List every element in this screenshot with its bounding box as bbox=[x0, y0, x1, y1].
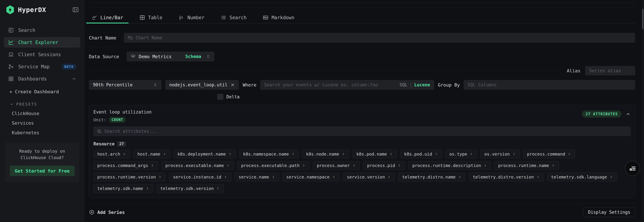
metric-chip[interactable]: nodejs.event_loop.util bbox=[165, 80, 239, 90]
sidebar-item-dashboards[interactable]: Dashboards bbox=[4, 74, 80, 84]
where-label: Where bbox=[242, 82, 256, 88]
toggle-separator: | bbox=[410, 82, 412, 87]
attribute-chip[interactable]: process.runtime.name bbox=[494, 161, 559, 170]
chevron-up-icon[interactable] bbox=[626, 112, 631, 117]
attribute-chip[interactable]: service.name bbox=[235, 173, 279, 181]
get-started-button[interactable]: Get Started for Free bbox=[10, 166, 74, 176]
page-scrollbar[interactable] bbox=[642, 0, 644, 222]
delta-row: Delta bbox=[217, 94, 635, 100]
preset-item[interactable]: Services bbox=[12, 120, 84, 126]
table-icon bbox=[140, 15, 145, 20]
scrollbar-thumb[interactable] bbox=[642, 9, 644, 29]
chevron-right-icon bbox=[150, 164, 154, 167]
sidebar-item-chart-explorer[interactable]: Chart Explorer bbox=[4, 37, 80, 47]
search-nav-icon bbox=[8, 27, 14, 33]
sidebar-collapse-button[interactable] bbox=[72, 6, 79, 13]
aggregation-value: 90th Percentile bbox=[93, 82, 151, 87]
attribute-chip[interactable]: process.executable.path bbox=[237, 161, 310, 170]
data-source-label: Data Source bbox=[89, 54, 119, 59]
beta-badge: BETA bbox=[62, 64, 76, 70]
dashboards-icon bbox=[8, 76, 14, 82]
attribute-chip[interactable]: process.owner bbox=[313, 161, 360, 170]
alias-row: Alias bbox=[89, 66, 635, 76]
chevron-right-icon bbox=[352, 164, 356, 167]
attribute-chip[interactable]: process.command_args bbox=[94, 161, 158, 170]
panel-title-block: Event loop utilization Unit: COUNT bbox=[94, 109, 152, 123]
attribute-chip[interactable]: telemetry.distro.name bbox=[398, 173, 466, 181]
attribute-search-input[interactable] bbox=[104, 129, 627, 134]
chart-name-field bbox=[124, 33, 635, 43]
preset-item[interactable]: ClickHouse bbox=[12, 111, 84, 116]
attribute-chip[interactable]: process.pid bbox=[363, 161, 405, 170]
sidebar-item-label: Search bbox=[18, 27, 35, 33]
lucene-toggle[interactable]: Lucene bbox=[414, 82, 430, 87]
laptop-icon bbox=[8, 52, 14, 57]
chevron-right-icon bbox=[226, 164, 230, 167]
attribute-chip[interactable]: service.version bbox=[343, 173, 395, 181]
app-logo[interactable]: HyperDX bbox=[6, 5, 46, 14]
number-123-icon: 1 2 3 bbox=[178, 15, 184, 20]
sidebar-item-service-map[interactable]: Service Map BETA bbox=[4, 61, 80, 72]
chevron-right-icon bbox=[470, 152, 473, 156]
tab-table[interactable]: Table bbox=[137, 12, 165, 23]
tab-number[interactable]: 1 2 3 Number bbox=[176, 12, 207, 23]
attribute-chip[interactable]: process.command bbox=[523, 150, 575, 158]
feedback-fab-button[interactable] bbox=[625, 161, 640, 176]
sql-toggle[interactable]: SQL bbox=[400, 82, 408, 87]
attribute-chip[interactable]: process.runtime.description bbox=[408, 161, 491, 170]
chevron-down-icon bbox=[10, 102, 14, 106]
chevron-right-icon bbox=[483, 164, 487, 167]
schema-link[interactable]: Schema bbox=[185, 54, 201, 59]
attribute-chip[interactable]: k8s.pod.name bbox=[352, 150, 397, 158]
attribute-chip[interactable]: os.type bbox=[446, 150, 477, 158]
where-input[interactable] bbox=[264, 82, 397, 87]
attribute-chip[interactable]: telemetry.sdk.name bbox=[94, 184, 153, 193]
sidebar-item-client-sessions[interactable]: Client Sessions bbox=[4, 49, 80, 60]
attribute-chip[interactable]: service.namespace bbox=[282, 173, 340, 181]
group-by-input[interactable] bbox=[468, 82, 631, 87]
tab-label: Number bbox=[187, 15, 204, 20]
tab-markdown[interactable]: Markdown bbox=[260, 12, 297, 23]
add-series-button[interactable]: Add Series bbox=[89, 209, 125, 215]
chevron-right-icon bbox=[122, 152, 126, 156]
attribute-chip[interactable]: os.version bbox=[480, 150, 520, 158]
display-settings-button[interactable]: Display Settings bbox=[583, 207, 635, 217]
unit-label: Unit: bbox=[94, 117, 106, 122]
search-icon bbox=[97, 129, 102, 134]
presets-header[interactable]: PRESETS bbox=[10, 102, 84, 106]
close-icon[interactable] bbox=[230, 83, 235, 87]
attribute-chip[interactable]: k8s.deployment.name bbox=[174, 150, 236, 158]
chevron-right-icon bbox=[434, 152, 438, 156]
attribute-chip[interactable]: host.name bbox=[134, 150, 170, 158]
attribute-chip[interactable]: k8s.namespace.name bbox=[239, 150, 299, 158]
panel-header: Event loop utilization Unit: COUNT 27 AT… bbox=[94, 109, 631, 123]
attribute-chip[interactable]: k8s.pod.uid bbox=[400, 150, 442, 158]
hyperdx-logo-icon bbox=[6, 5, 15, 14]
attribute-chip[interactable]: process.runtime.version bbox=[94, 173, 166, 181]
main-content: Line/Bar Table 1 2 3 Number Search bbox=[84, 0, 640, 222]
chevron-right-icon bbox=[302, 164, 306, 167]
tab-line-bar[interactable]: Line/Bar bbox=[89, 12, 126, 23]
attribute-chip[interactable]: telemetry.sdk.language bbox=[547, 173, 617, 181]
delta-checkbox[interactable] bbox=[217, 94, 223, 100]
chart-name-input[interactable] bbox=[128, 35, 631, 40]
sidebar-header: HyperDX bbox=[0, 0, 84, 14]
query-language-toggle: SQL | Lucene bbox=[400, 82, 430, 87]
resource-count-badge: 27 bbox=[117, 141, 126, 147]
attribute-chip[interactable]: k8s.node.name bbox=[302, 150, 349, 158]
data-source-select[interactable]: Demo Metrics Schema bbox=[126, 52, 214, 61]
attribute-chip[interactable]: process.executable.name bbox=[162, 161, 234, 170]
attribute-chip[interactable]: service.instance.id bbox=[169, 173, 231, 181]
attribute-chip[interactable]: telemetry.distro.version bbox=[469, 173, 544, 181]
tab-search[interactable]: Search bbox=[218, 12, 249, 23]
attribute-chip[interactable]: telemetry.sdk.version bbox=[156, 184, 224, 193]
aggregation-select[interactable]: 90th Percentile bbox=[89, 80, 162, 90]
preset-item[interactable]: Kubernetes bbox=[12, 130, 84, 135]
unit-badge: COUNT bbox=[109, 117, 126, 123]
chevron-right-icon bbox=[458, 175, 462, 179]
presets-list: ClickHouse Services Kubernetes bbox=[0, 106, 84, 135]
create-dashboard-button[interactable]: + Create Dashboard bbox=[10, 89, 84, 94]
alias-input[interactable] bbox=[589, 68, 631, 73]
attribute-chip[interactable]: host.arch bbox=[94, 150, 130, 158]
sidebar-item-search[interactable]: Search bbox=[4, 25, 80, 35]
